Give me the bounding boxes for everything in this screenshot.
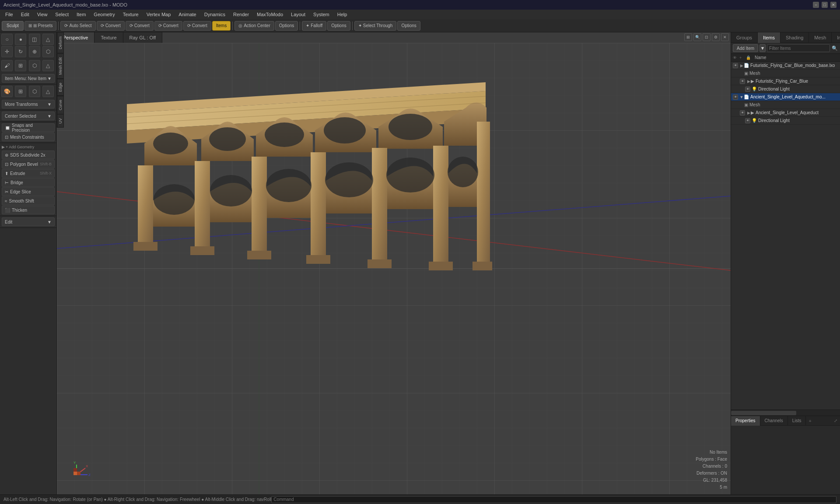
vis-eye-5[interactable]: 👁 [733,94,738,100]
menu-geometry[interactable]: Geometry [90,11,118,18]
minimize-button[interactable]: − [813,2,819,8]
command-input[interactable] [271,496,836,503]
options-button-1[interactable]: Options [275,21,298,31]
presets-button[interactable]: ⊞ ⊞ Presets [24,21,57,31]
tool-icon-a1[interactable]: 🎨 [1,86,13,97]
menu-select[interactable]: Select [52,11,72,18]
thicken-button[interactable]: ⬛ Thicken [2,206,55,214]
tool-icon-a4[interactable]: △ [42,86,54,97]
vis-eye-8[interactable]: 👁 [745,118,750,123]
tool-icon-move[interactable]: ✛ [1,46,13,57]
options-button-2[interactable]: Options [327,21,350,31]
tree-item-ancient-aqueduct[interactable]: 👁 ▶ ▶ Ancient_Single_Level_Aqueduct [731,109,840,117]
action-center-button[interactable]: ◎ Action Center [234,21,274,31]
vp-btn-1[interactable]: ⊞ [684,33,692,41]
extrude-button[interactable]: ⬆ Extrude Shift-X [2,169,55,178]
items-button[interactable]: Items [212,21,231,31]
scrollbar-thumb[interactable] [731,411,796,415]
tool-icon-sphere[interactable]: ⬡ [29,60,40,71]
filter-search-icon[interactable]: 🔍 [831,45,838,52]
menu-animate[interactable]: Animate [175,11,200,18]
tree-item-directional-light-1[interactable]: 👁 💡 Directional Light [731,85,840,93]
menu-texture[interactable]: Texture [119,11,142,18]
tool-icon-tri[interactable]: △ [42,34,54,45]
tool-icon-paint[interactable]: 🖌 [1,60,13,71]
item-menu-dropdown[interactable]: Item Menu: New Item ▼ [2,74,55,83]
vp-btn-2[interactable]: 🔍 [693,33,701,41]
menu-item[interactable]: Item [73,11,89,18]
options-button-3[interactable]: Options [397,21,420,31]
edge-slice-button[interactable]: ✂ Edge Slice [2,187,55,196]
prop-tab-channels[interactable]: Channels [760,416,788,426]
tool-icon-hex[interactable]: ⬡ [42,46,54,57]
menu-edit[interactable]: Edit [18,11,33,18]
viewport-tab-raygl[interactable]: Ray GL : Off [123,32,163,43]
tool-icon-dot[interactable]: ● [15,34,26,45]
center-selected-dropdown[interactable]: Center Selected ▼ [2,112,55,120]
side-tab-deform[interactable]: Deform [57,32,64,53]
prop-tab-properties[interactable]: Properties [731,416,760,426]
convert-button-4[interactable]: ⟳ Convert [183,21,211,31]
tree-item-mesh-2[interactable]: ▣ Mesh [731,101,840,109]
convert-button-2[interactable]: ⟳ Convert [126,21,154,31]
smooth-shift-button[interactable]: ≈ Smooth Shift [2,196,55,205]
tab-images[interactable]: Images [832,32,840,43]
add-item-button[interactable]: Add Item [733,44,758,52]
tool-icon-scale[interactable]: ⊕ [29,46,40,57]
expand-7[interactable]: ▶ [746,111,751,115]
menu-system[interactable]: System [310,11,333,18]
tool-icon-rect[interactable]: ◫ [29,34,40,45]
filter-items-input[interactable] [767,44,830,52]
menu-dynamics[interactable]: Dynamics [201,11,229,18]
select-through-button[interactable]: ✦ Select Through [354,21,397,31]
snaps-precision-button[interactable]: 🔲 Snaps and Precision [2,123,55,132]
sculpt-button[interactable]: Sculpt [2,21,24,31]
add-item-chevron[interactable]: ▼ [760,44,766,52]
menu-view[interactable]: View [34,11,51,18]
tool-icon-grid2[interactable]: ⊞ [15,60,26,71]
prop-tab-plus[interactable]: + [806,418,814,424]
vp-btn-4[interactable]: ⚙ [712,33,720,41]
sds-subdivide-button[interactable]: ⊛ SDS Subdivide 2x [2,150,55,159]
side-tab-edge[interactable]: Edge [57,79,64,96]
tool-icon-circle[interactable]: ○ [1,34,13,45]
more-transforms-dropdown[interactable]: More Transforms ▼ [2,100,55,108]
vis-eye-4[interactable]: 👁 [745,87,750,92]
menu-layout[interactable]: Layout [287,11,309,18]
menu-help[interactable]: Help [334,11,351,18]
prop-tab-lists[interactable]: Lists [788,416,806,426]
tool-icon-a2[interactable]: ⊞ [15,86,26,97]
bridge-button[interactable]: ⊢ Bridge [2,178,55,187]
menu-render[interactable]: Render [230,11,252,18]
tool-icon-a3[interactable]: ⬡ [29,86,40,97]
prop-expand-button[interactable]: ⤢ [831,418,840,423]
menu-vertex-map[interactable]: Vertex Map [143,11,175,18]
side-tab-mesh-edit[interactable]: Mesh Edit [57,53,64,79]
expand-5[interactable]: ▼ [739,95,744,99]
tree-item-ancient-file[interactable]: 👁 ▼ 📄 Ancient_Single_Level_Aqueduct_mo..… [731,93,840,101]
viewport[interactable]: Perspective Texture Ray GL : Off ⊞ 🔍 ⊡ ⚙… [57,32,731,494]
falloff-button[interactable]: ✦ Falloff [302,21,326,31]
tab-mesh[interactable]: Mesh [809,32,832,43]
side-tab-curve[interactable]: Curve [57,96,64,114]
items-scrollbar[interactable] [731,410,840,416]
tool-icon-rotate[interactable]: ↻ [15,46,26,57]
expand-1[interactable]: ▶ [739,63,744,68]
viewport-tab-texture[interactable]: Texture [94,32,123,43]
edit-dropdown[interactable]: Edit ▼ [2,217,55,226]
polygon-bevel-button[interactable]: ⊡ Polygon Bevel Shift-B [2,160,55,168]
menu-file[interactable]: File [2,11,17,18]
add-geometry-header[interactable]: ▶ + Add Geometry [2,144,55,150]
tab-shading[interactable]: Shading [780,32,809,43]
tab-items[interactable]: Items [758,32,780,43]
vis-eye-7[interactable]: 👁 [740,110,745,116]
convert-button-1[interactable]: ⟳ Convert [97,21,125,31]
side-tab-uv[interactable]: UV [57,114,64,128]
convert-button-3[interactable]: ⟳ Convert [154,21,182,31]
auto-select-button[interactable]: ⟳ Auto Select [60,21,95,31]
close-button[interactable]: ✕ [830,2,836,8]
expand-3[interactable]: ▶ [746,79,751,84]
tree-item-futuristic-car-file[interactable]: 👁 ▶ 📄 Futuristic_Flying_Car_Blue_modo_ba… [731,62,840,70]
vis-eye-1[interactable]: 👁 [733,63,738,68]
mesh-constraints-button[interactable]: ⊡ Mesh Constraints [2,133,55,141]
